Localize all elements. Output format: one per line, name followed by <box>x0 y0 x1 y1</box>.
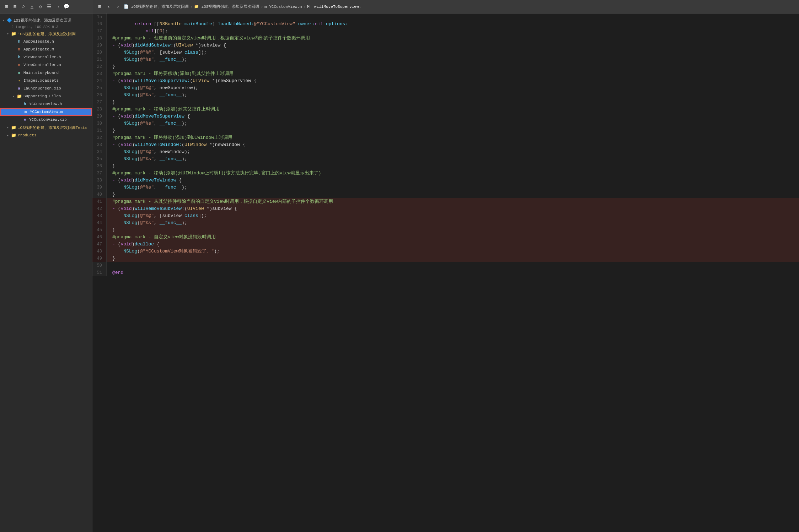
code-line-35: 35 NSLog(@"%s", __func__); <box>92 156 799 163</box>
disclosure-main-group <box>6 32 10 36</box>
code-line-22: 22 } <box>92 63 799 70</box>
line-content-39: NSLog(@"%s", __func__); <box>107 184 799 191</box>
disc-empty6 <box>11 78 16 83</box>
line-content-44: NSLog(@"%s", __func__); <box>107 219 799 227</box>
layout-icon[interactable]: ⊟ <box>11 3 18 10</box>
code-container: 15 16 return [[NSBundle mainBundle] load… <box>92 13 799 283</box>
line-content-42: - (void)willRemoveSubview:(UIView *)subv… <box>107 205 799 212</box>
code-line-32: 32 #pragma mark - 即将移动(添加)到UIWindow上时调用 <box>92 134 799 141</box>
line-num-49: 49 <box>92 255 107 262</box>
sidebar-item-viewcontroller-m[interactable]: m ViewController.m <box>0 61 92 69</box>
m-icon-3: m <box>16 62 22 68</box>
folder-icon-supporting: 📁 <box>16 93 22 99</box>
sidebar-item-tests[interactable]: 📁 iOS视图的创建、添加及层次回调Tests <box>0 124 92 131</box>
line-num-29: 29 <box>92 113 107 120</box>
line-content-22: } <box>107 63 799 70</box>
code-line-38: 38 - (void)didMoveToWindow { <box>92 177 799 184</box>
code-line-51: 51 @end <box>92 269 799 276</box>
sidebar-item-main-storyboard[interactable]: ▣ Main.storyboard <box>0 69 92 77</box>
line-content-49: } <box>107 255 799 262</box>
sidebar-item-supporting-files[interactable]: 📁 Supporting Files <box>0 92 92 100</box>
line-num-42: 42 <box>92 205 107 212</box>
code-line-26: 26 NSLog(@"%s", __func__); <box>92 92 799 99</box>
breadcrumb-item-3: m YCCustomView.m <box>264 5 302 9</box>
sidebar-item-project[interactable]: 🔷 iOS视图的创建、添加及层次回调 <box>0 16 92 24</box>
appdelegate-h-label: AppDelegate.h <box>23 39 54 44</box>
disc-empty3 <box>11 55 16 59</box>
disc-empty7 <box>11 86 16 91</box>
line-num-38: 38 <box>92 177 107 184</box>
code-line-41: 41 #pragma mark - 从其父控件移除当前的自定义view时调用，根… <box>92 198 799 205</box>
project-label: iOS视图的创建、添加及层次回调 <box>14 18 71 23</box>
h-icon-3: h <box>22 101 28 107</box>
sidebar-item-launchscreen[interactable]: ▣ LaunchScreen.xib <box>0 85 92 92</box>
line-num-21: 21 <box>92 56 107 63</box>
sidebar-item-yccustomview-h[interactable]: h YCCustomView.h <box>0 100 92 108</box>
disc-empty8 <box>17 102 21 106</box>
grid-view-icon[interactable]: ⊞ <box>96 3 103 10</box>
code-line-23: 23 #pragma marl - 即将要移动(添加)到其父控件上时调用 <box>92 70 799 77</box>
line-num-50: 50 <box>92 262 107 269</box>
xcassets-icon: ✦ <box>16 78 22 83</box>
m-icon-2: m <box>16 47 22 52</box>
line-num-47: 47 <box>92 241 107 248</box>
breadcrumb: 📄 iOS视图的创建、添加及层次回调 › 📁 iOS视图的创建、添加及层次回调 … <box>124 4 795 9</box>
code-editor[interactable]: 15 16 return [[NSBundle mainBundle] load… <box>92 13 799 532</box>
line-content-32: #pragma mark - 即将移动(添加)到UIWindow上时调用 <box>107 134 799 141</box>
code-line-30: 30 NSLog(@"%s", __func__); <box>92 120 799 127</box>
line-content-20: NSLog(@"%@", [subview class]); <box>107 49 799 56</box>
line-content-50 <box>107 262 799 269</box>
line-num-37: 37 <box>92 170 107 177</box>
line-content-31: } <box>107 127 799 134</box>
code-line-49: 49 } <box>92 255 799 262</box>
sidebar-item-images[interactable]: ✦ Images.xcassets <box>0 77 92 85</box>
viewcontroller-m-label: ViewController.m <box>23 63 61 67</box>
breadcrumb-item-1: 📄 iOS视图的创建、添加及层次回调 <box>124 4 189 9</box>
sidebar-item-group-main[interactable]: 📁 iOS视图的创建、添加及层次回调 <box>0 30 92 38</box>
line-num-36: 36 <box>92 163 107 170</box>
line-num-17: 17 <box>92 28 107 35</box>
sidebar-item-appdelegate-m[interactable]: m AppDelegate.m <box>0 45 92 53</box>
sidebar: 🔷 iOS视图的创建、添加及层次回调 2 targets, iOS SDK 8.… <box>0 13 92 532</box>
project-icon: 🔷 <box>6 17 12 23</box>
comment-icon[interactable]: 💬 <box>63 3 70 10</box>
sidebar-item-products[interactable]: 📁 Products <box>0 131 92 139</box>
sidebar-item-viewcontroller-h[interactable]: h ViewController.h <box>0 53 92 61</box>
line-content-33: - (void)willMoveToWindow:(UIWindow *)new… <box>107 141 799 148</box>
code-line-21: 21 NSLog(@"%s", __func__); <box>92 56 799 63</box>
breadcrumb-item-2: 📁 iOS视图的创建、添加及层次回调 <box>194 4 259 9</box>
line-num-51: 51 <box>92 269 107 276</box>
supporting-files-label: Supporting Files <box>23 94 61 98</box>
bookmark-icon[interactable]: ◇ <box>37 3 44 10</box>
arrow-icon[interactable]: → <box>54 3 61 10</box>
list-icon[interactable]: ☰ <box>45 3 53 10</box>
line-num-27: 27 <box>92 99 107 106</box>
line-content-38: - (void)didMoveToWindow { <box>107 177 799 184</box>
line-num-19: 19 <box>92 42 107 49</box>
project-tree: 🔷 iOS视图的创建、添加及层次回调 2 targets, iOS SDK 8.… <box>0 15 92 141</box>
sidebar-toolbar: ⊞ ⊟ ⌕ △ ◇ ☰ → 💬 <box>0 0 92 13</box>
products-label: Products <box>18 133 37 137</box>
line-content-47: - (void)dealloc { <box>107 241 799 248</box>
line-num-30: 30 <box>92 120 107 127</box>
line-content-16: return [[NSBundle mainBundle] loadNibNam… <box>107 21 799 28</box>
nav-back-icon[interactable]: ‹ <box>105 3 112 10</box>
line-content-29: - (void)didMoveToSuperview { <box>107 113 799 120</box>
sidebar-project-subtitle: 2 targets, iOS SDK 8.3 <box>0 24 92 30</box>
sidebar-item-yccustomview-xib[interactable]: ▣ YCCustomView.xib <box>0 116 92 124</box>
sidebar-item-yccustomview-m[interactable]: m YCCustomView.m <box>0 108 92 116</box>
breadcrumb-item-4: M -willMoveToSuperview: <box>307 5 361 9</box>
grid-icon[interactable]: ⊞ <box>3 3 10 10</box>
code-line-34: 34 NSLog(@"%@", newWindow); <box>92 148 799 156</box>
line-content-36: } <box>107 163 799 170</box>
warning-icon[interactable]: △ <box>28 3 36 10</box>
code-line-37: 37 #pragma mark - 移动(添加)到UIWindow上时调用(该方… <box>92 170 799 177</box>
nav-forward-icon[interactable]: › <box>114 3 122 10</box>
line-num-23: 23 <box>92 70 107 77</box>
appdelegate-m-label: AppDelegate.m <box>23 47 54 51</box>
sidebar-item-appdelegate-h[interactable]: h AppDelegate.h <box>0 38 92 45</box>
line-content-28: #pragma mark - 移动(添加)到其父控件上时调用 <box>107 106 799 113</box>
search-icon[interactable]: ⌕ <box>20 3 27 10</box>
folder-icon-products: 📁 <box>11 132 16 138</box>
code-line-46: 46 #pragma mark - 自定义view对象没销毁时调用 <box>92 234 799 241</box>
